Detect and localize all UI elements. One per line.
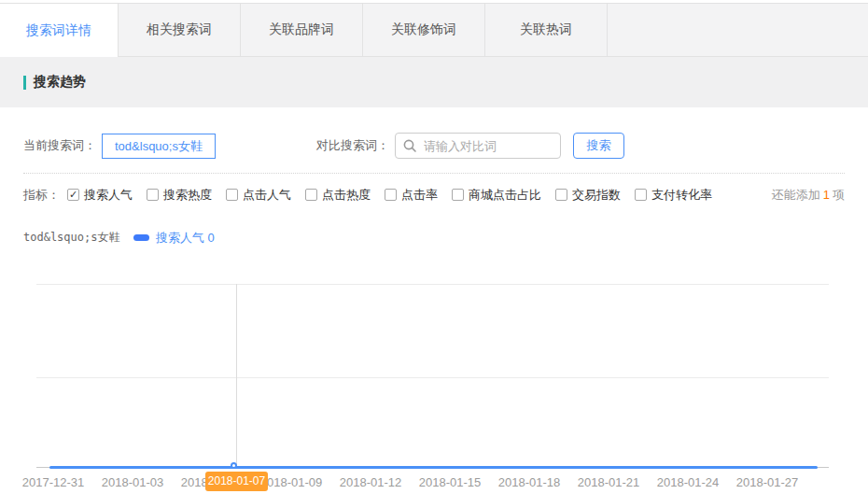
search-button[interactable]: 搜索 — [573, 133, 624, 159]
current-term-label: 当前搜索词： — [23, 137, 96, 154]
tab-item[interactable]: 搜索词详情 — [0, 4, 119, 57]
metric-label: 支付转化率 — [651, 187, 712, 204]
section-accent-bar — [23, 76, 26, 90]
hover-crosshair-line — [236, 284, 237, 466]
legend-series-marker[interactable] — [133, 234, 149, 241]
x-axis-labels: 2017-12-312018-01-032018-01-062018-01-09… — [23, 475, 845, 490]
x-axis-label: 2018-01-09 — [260, 475, 323, 489]
checkbox-unchecked-icon[interactable] — [305, 189, 317, 201]
series-line — [49, 466, 818, 469]
tab-item[interactable]: 关联热词 — [485, 4, 608, 57]
metrics-row: 指标： ✓搜索人气搜索热度点击人气点击热度点击率商城点击占比交易指数支付转化率 … — [23, 187, 845, 203]
tab-bar: 搜索词详情相关搜索词关联品牌词关联修饰词关联热词 — [0, 3, 868, 57]
axis-pointer-tooltip: 2018-01-07 — [205, 472, 268, 491]
add-hint: 还能添加1项 — [772, 187, 845, 204]
checkbox-unchecked-icon[interactable] — [452, 189, 464, 201]
metric-label: 商城点击占比 — [469, 187, 541, 204]
add-hint-suffix: 项 — [833, 188, 845, 202]
metric-label: 点击人气 — [243, 187, 291, 204]
checkbox-unchecked-icon[interactable] — [635, 189, 647, 201]
x-axis-label: 2018-01-03 — [102, 475, 164, 489]
metric-checkbox-item[interactable]: ✓搜索人气 — [67, 187, 133, 204]
tab-bar-filler — [608, 4, 868, 57]
checkbox-unchecked-icon[interactable] — [555, 189, 567, 201]
current-term-chip[interactable]: tod&lsquo;s女鞋 — [102, 134, 216, 159]
section-title: 搜索趋势 — [34, 74, 86, 91]
metric-checkbox-item[interactable]: 搜索热度 — [147, 187, 212, 204]
hover-data-point — [231, 462, 237, 469]
metric-label: 点击热度 — [322, 187, 371, 204]
x-axis-label: 2017-12-31 — [22, 475, 85, 489]
gridline-middle — [36, 377, 829, 378]
x-axis-label: 2018-01-21 — [578, 475, 640, 489]
metric-label: 点击率 — [401, 187, 438, 204]
add-hint-prefix: 还能添加 — [772, 188, 820, 202]
trend-line-chart[interactable]: 2017-12-312018-01-032018-01-062018-01-09… — [23, 271, 845, 494]
x-axis-label: 2018-01-24 — [657, 475, 720, 489]
metric-checkbox-item[interactable]: 支付转化率 — [635, 187, 712, 204]
metric-label: 搜索人气 — [84, 187, 133, 204]
add-hint-count: 1 — [820, 188, 833, 202]
compare-search-box — [395, 133, 561, 159]
legend-series-label[interactable]: 搜索人气 0 — [156, 230, 215, 247]
metric-checkbox-item[interactable]: 点击热度 — [305, 187, 371, 204]
x-axis-label: 2018-01-27 — [736, 475, 799, 489]
tab-item[interactable]: 相关搜索词 — [119, 4, 241, 57]
metric-checkbox-item[interactable]: 商城点击占比 — [452, 187, 541, 204]
chart-legend[interactable]: tod&lsquo;s女鞋 搜索人气 0 — [23, 230, 845, 246]
search-row: 当前搜索词： tod&lsquo;s女鞋 对比搜索词： 搜索 — [23, 133, 845, 159]
x-axis-label: 2018-01-15 — [419, 475, 482, 489]
tab-list: 搜索词详情相关搜索词关联品牌词关联修饰词关联热词 — [0, 4, 608, 57]
metric-checkbox-item[interactable]: 点击人气 — [226, 187, 291, 204]
x-axis-label: 2018-01-18 — [498, 475, 561, 489]
tab-item[interactable]: 关联修饰词 — [363, 4, 485, 57]
metrics-label: 指标： — [23, 187, 60, 204]
section-header: 搜索趋势 — [0, 57, 868, 107]
checkbox-unchecked-icon[interactable] — [385, 189, 397, 201]
content-area: 当前搜索词： tod&lsquo;s女鞋 对比搜索词： 搜索 指标： ✓搜索人气… — [0, 133, 868, 494]
search-term-analytics-page: 搜索词详情相关搜索词关联品牌词关联修饰词关联热词 搜索趋势 当前搜索词： tod… — [0, 3, 868, 494]
metric-label: 交易指数 — [572, 187, 621, 204]
metric-label: 搜索热度 — [163, 187, 212, 204]
checkbox-unchecked-icon[interactable] — [147, 189, 159, 201]
metrics-checkbox-list: ✓搜索人气搜索热度点击人气点击热度点击率商城点击占比交易指数支付转化率 — [60, 187, 712, 204]
compare-term-input[interactable] — [395, 133, 561, 159]
legend-keyword: tod&lsquo;s女鞋 — [23, 230, 133, 246]
checkbox-unchecked-icon[interactable] — [226, 189, 238, 201]
tab-item[interactable]: 关联品牌词 — [241, 4, 363, 57]
search-icon — [402, 138, 417, 153]
dotted-divider — [23, 173, 845, 174]
metric-checkbox-item[interactable]: 点击率 — [385, 187, 438, 204]
compare-term-label: 对比搜索词： — [316, 137, 389, 154]
checkbox-checked-icon[interactable]: ✓ — [67, 189, 79, 201]
gridline-top — [36, 284, 829, 285]
x-axis-label: 2018-01-12 — [340, 475, 402, 489]
metric-checkbox-item[interactable]: 交易指数 — [555, 187, 621, 204]
